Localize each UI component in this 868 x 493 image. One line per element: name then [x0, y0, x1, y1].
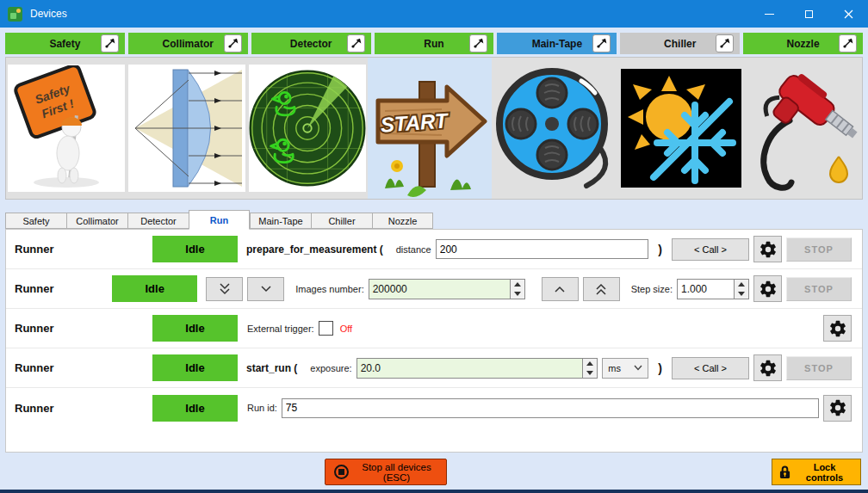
settings-button[interactable]: [823, 315, 852, 342]
stop-button[interactable]: STOP: [786, 237, 852, 262]
device-name-label: Runner: [15, 361, 148, 374]
settings-button[interactable]: [753, 354, 782, 381]
maximize-icon: [805, 10, 813, 18]
run-tab-panel: Runner Idle prepare_for_measurement ( di…: [5, 229, 863, 453]
close-paren-label: ): [658, 361, 662, 375]
stop-button[interactable]: STOP: [786, 356, 852, 380]
status-idle-button[interactable]: Idle: [112, 275, 197, 302]
tab-main-tape[interactable]: Main-Tape: [250, 213, 311, 229]
tab-nozzle[interactable]: Nozzle: [372, 213, 433, 229]
device-button-nozzle[interactable]: Nozzle: [743, 33, 863, 54]
distance-input[interactable]: [436, 239, 649, 259]
detector-image-cell: [247, 58, 368, 199]
run-id-label: Run id:: [247, 403, 277, 413]
images-number-spinner[interactable]: 200000: [369, 279, 525, 299]
close-icon: [844, 9, 853, 19]
collimator-lens-image: [128, 65, 245, 192]
device-button-run[interactable]: Run: [375, 33, 494, 54]
spinner-arrows[interactable]: [734, 280, 748, 299]
padlock-icon: [779, 465, 790, 479]
step-size-value: 1.000: [678, 280, 734, 299]
step-size-spinner[interactable]: 1.000: [677, 279, 749, 299]
main-tape-image-cell: [492, 58, 621, 199]
status-idle-button[interactable]: Idle: [152, 395, 238, 422]
settings-button[interactable]: [753, 236, 782, 262]
exposure-spinner[interactable]: 20.0: [356, 358, 598, 379]
titlebar: Devices: [0, 0, 868, 28]
call-button[interactable]: < Call >: [672, 238, 749, 261]
detach-window-icon[interactable]: [839, 34, 857, 52]
spin-down-icon: [586, 371, 593, 375]
detach-window-icon[interactable]: [224, 34, 242, 52]
spin-down-icon: [738, 292, 745, 296]
chevron-down-icon: [259, 282, 273, 296]
window-controls: [749, 0, 868, 28]
spinner-arrows[interactable]: [582, 359, 597, 378]
images-number-row: Runner Idle Images number: 200000 Step s…: [6, 269, 862, 309]
prepare-for-measurement-row: Runner Idle prepare_for_measurement ( di…: [6, 230, 862, 269]
exposure-value: 20.0: [357, 359, 583, 378]
double-chevron-down-icon: [218, 282, 232, 296]
tab-collimator[interactable]: Collimator: [66, 213, 127, 229]
spin-up-icon: [738, 282, 745, 287]
settings-button[interactable]: [753, 275, 782, 302]
spinner-arrows[interactable]: [510, 280, 524, 299]
gear-icon: [759, 240, 778, 259]
device-button-label: Nozzle: [787, 38, 820, 50]
fast-increase-button[interactable]: [583, 277, 620, 301]
stop-button[interactable]: STOP: [786, 277, 852, 301]
status-idle-button[interactable]: Idle: [152, 315, 238, 342]
distance-param-label: distance: [396, 244, 431, 255]
device-button-safety[interactable]: Safety: [5, 33, 125, 54]
device-button-label: Run: [424, 38, 443, 50]
decrease-button[interactable]: [247, 277, 284, 301]
device-tab-bar: Safety Collimator Detector Run Main-Tape…: [5, 210, 863, 229]
device-button-main-tape[interactable]: Main-Tape: [497, 33, 617, 54]
exposure-param-label: exposure:: [310, 363, 351, 373]
device-button-chiller[interactable]: Chiller: [620, 33, 740, 54]
minimize-button[interactable]: [749, 0, 789, 28]
device-button-detector[interactable]: Detector: [251, 33, 371, 54]
call-button[interactable]: < Call >: [672, 357, 749, 379]
chevron-up-icon: [553, 282, 567, 296]
stop-all-devices-button[interactable]: Stop all devices (ESC): [325, 459, 447, 485]
close-button[interactable]: [828, 0, 868, 28]
safety-image-cell: Safety First !: [6, 58, 127, 199]
external-trigger-checkbox[interactable]: [319, 321, 333, 336]
tab-chiller[interactable]: Chiller: [311, 213, 372, 229]
detach-window-icon[interactable]: [716, 34, 734, 52]
maximize-button[interactable]: [789, 0, 828, 28]
increase-button[interactable]: [542, 277, 579, 301]
spin-down-icon: [514, 292, 521, 296]
fast-decrease-button[interactable]: [206, 277, 243, 301]
detach-window-icon[interactable]: [592, 34, 611, 52]
lock-controls-button[interactable]: Lock controls: [772, 459, 861, 485]
run-id-input[interactable]: [282, 398, 819, 418]
spin-up-icon: [514, 282, 521, 287]
settings-button[interactable]: [823, 395, 852, 422]
detach-window-icon[interactable]: [469, 34, 487, 52]
tab-safety[interactable]: Safety: [5, 213, 66, 229]
tab-detector[interactable]: Detector: [127, 213, 189, 229]
detach-window-icon[interactable]: [347, 34, 365, 52]
tab-run[interactable]: Run: [189, 210, 250, 230]
device-name-label: Runner: [15, 322, 148, 335]
function-name-label: start_run (: [246, 362, 297, 374]
detach-window-icon[interactable]: [101, 34, 119, 52]
stop-all-devices-label: Stop all devices (ESC): [356, 462, 437, 483]
run-id-row: Runner Idle Run id:: [6, 388, 862, 428]
window-title: Devices: [30, 8, 67, 20]
status-idle-button[interactable]: Idle: [152, 354, 238, 381]
gear-icon: [759, 280, 778, 299]
gear-icon: [828, 398, 847, 417]
record-stop-icon: [334, 465, 349, 479]
status-idle-button[interactable]: Idle: [152, 236, 238, 262]
nozzle-image-cell: [741, 58, 862, 199]
safety-first-image: Safety First !: [8, 65, 125, 192]
detector-radar-image: [249, 65, 366, 192]
close-paren-label: ): [658, 243, 662, 256]
device-button-collimator[interactable]: Collimator: [128, 33, 248, 54]
device-name-label: Runner: [15, 282, 108, 295]
start-sign-text: START: [380, 108, 450, 137]
exposure-unit-select[interactable]: ms: [602, 358, 648, 379]
